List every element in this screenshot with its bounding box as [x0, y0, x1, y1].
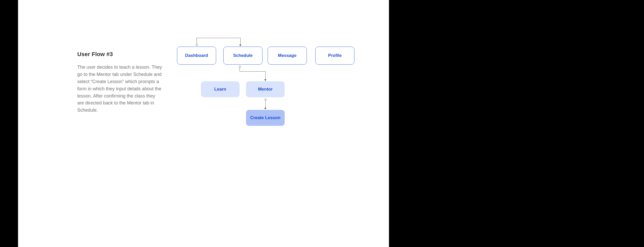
node-label: Schedule [233, 53, 253, 58]
node-mentor: Mentor [246, 81, 285, 97]
node-dashboard: Dashboard [177, 47, 216, 65]
node-message: Message [268, 47, 307, 65]
node-label: Create Lesson [250, 115, 280, 120]
connector-line [265, 71, 266, 79]
connector-line [240, 71, 265, 72]
node-label: Mentor [258, 87, 273, 92]
node-label: Dashboard [185, 53, 208, 58]
node-label: Learn [214, 87, 226, 92]
node-learn: Learn [201, 81, 240, 97]
arrow-down-icon [264, 79, 266, 81]
connector-line [240, 68, 240, 71]
node-schedule: Schedule [223, 47, 262, 65]
diagram-canvas: User Flow #3 The user decides to teach a… [18, 0, 389, 247]
connector-line [265, 101, 266, 108]
arrow-down-icon [264, 108, 266, 110]
connector-dot [265, 99, 267, 101]
node-label: Profile [328, 53, 342, 58]
node-label: Message [278, 53, 296, 58]
connector-dot [239, 66, 241, 68]
connector-line [197, 38, 197, 44]
intro-block: User Flow #3 The user decides to teach a… [77, 51, 162, 114]
connector-line [240, 38, 241, 45]
node-create-lesson: Create Lesson [246, 110, 285, 126]
node-profile: Profile [315, 47, 354, 65]
flow-title: User Flow #3 [77, 51, 162, 58]
arrow-down-icon [239, 45, 241, 46]
connector-line [197, 38, 240, 38]
flow-description: The user decides to teach a lesson. They… [77, 64, 162, 114]
connector-dot [196, 44, 198, 46]
